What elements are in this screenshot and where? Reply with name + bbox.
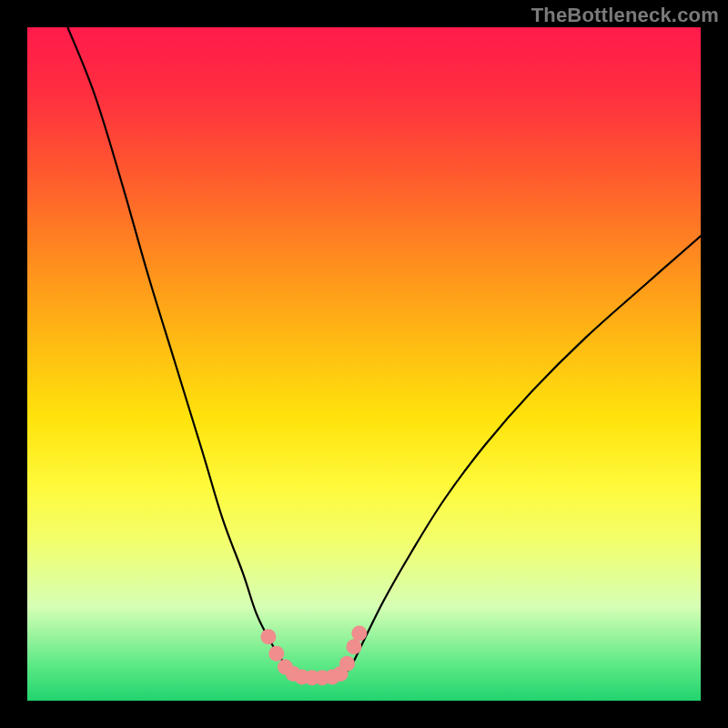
right-curve-path	[340, 236, 701, 677]
highlight-dot	[339, 656, 355, 672]
highlight-dot	[346, 639, 361, 654]
highlight-dot	[268, 646, 284, 662]
plot-container	[27, 27, 701, 701]
pink-overlay-group	[260, 626, 367, 686]
left-curve-path	[67, 27, 302, 678]
plot-area	[27, 27, 701, 701]
watermark-text: TheBottleneck.com	[531, 4, 719, 27]
highlight-dot	[260, 629, 276, 644]
chart-frame: TheBottleneck.com	[0, 0, 728, 728]
highlight-dot	[351, 626, 367, 642]
curve-layer	[27, 27, 701, 701]
